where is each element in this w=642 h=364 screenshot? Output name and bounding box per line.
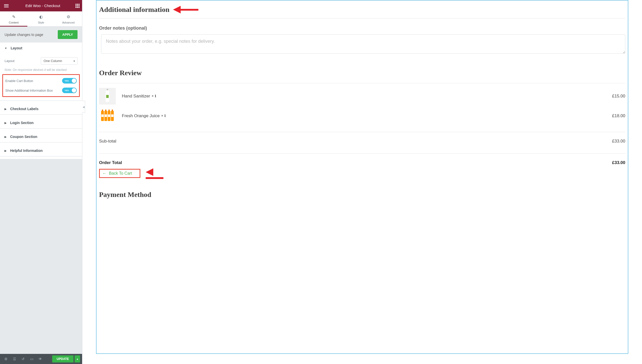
review-item-row: Fresh Orange Juice × 1 £18.00 bbox=[99, 106, 625, 126]
update-button[interactable]: UPDATE bbox=[52, 355, 73, 362]
caret-right-icon: ▶ bbox=[5, 135, 7, 138]
apply-button[interactable]: APPLY bbox=[58, 30, 78, 39]
update-changes-text: Update changes to page bbox=[5, 33, 43, 37]
sidebar-title: Edit Woo - Checkout bbox=[10, 4, 75, 8]
back-to-cart-wrap: ← Back To Cart bbox=[99, 169, 140, 178]
toggle-yes-text-2: YES bbox=[65, 89, 69, 92]
subtotal-label: Sub-total bbox=[99, 139, 116, 144]
additional-information-heading: Additional information bbox=[99, 6, 169, 14]
enable-cart-button-row: Enable Cart Button YES bbox=[5, 76, 77, 86]
caret-right-icon: ▶ bbox=[5, 122, 7, 124]
apps-grid-icon[interactable] bbox=[75, 4, 80, 8]
show-additional-info-row: Show Additional Information Box YES bbox=[5, 86, 77, 95]
divider bbox=[99, 18, 625, 18]
divider bbox=[99, 153, 625, 154]
back-to-cart-link[interactable]: ← Back To Cart bbox=[99, 169, 140, 178]
section-helpful-title: Helpful Information bbox=[10, 149, 43, 153]
sidebar-header: Edit Woo - Checkout bbox=[0, 0, 82, 11]
product-thumbnail bbox=[99, 88, 116, 105]
order-total-value: £33.00 bbox=[612, 160, 625, 165]
additional-info-heading-wrap: Additional information bbox=[99, 6, 625, 14]
payment-method-heading: Payment Method bbox=[99, 191, 625, 199]
sidebar-collapse-handle[interactable]: ◀ bbox=[82, 101, 85, 113]
tab-style-label: Style bbox=[38, 21, 44, 24]
product-qty: × 1 bbox=[161, 114, 166, 118]
section-helpful: ▶ Helpful Information bbox=[0, 145, 82, 156]
section-layout: ▼ Layout Layout One Column ▼ Note: On re… bbox=[0, 43, 82, 101]
section-login-title: Login Section bbox=[10, 121, 34, 125]
product-price: £15.00 bbox=[612, 94, 625, 99]
layout-note: Note: On responsive devices it will be s… bbox=[5, 67, 78, 74]
section-coupon-title: Coupon Section bbox=[10, 135, 37, 139]
menu-icon[interactable] bbox=[3, 2, 10, 10]
order-notes-label: Order notes (optional) bbox=[99, 26, 625, 31]
caret-right-icon: ▶ bbox=[5, 149, 7, 152]
section-checkout-labels: ▶ Checkout Labels bbox=[0, 103, 82, 115]
update-changes-row: Update changes to page APPLY bbox=[0, 27, 82, 43]
order-review-section: Order Review Hand Sanitizer × 1 £15.00 F… bbox=[99, 69, 625, 199]
editor-sidebar: Edit Woo - Checkout ✎ Content ◐ Style ⚙ … bbox=[0, 0, 82, 364]
tab-content[interactable]: ✎ Content bbox=[0, 11, 27, 26]
order-notes-textarea[interactable] bbox=[101, 34, 625, 54]
app-root: Edit Woo - Checkout ✎ Content ◐ Style ⚙ … bbox=[0, 0, 642, 364]
product-price: £18.00 bbox=[612, 113, 625, 118]
subtotal-row: Sub-total £33.00 bbox=[99, 135, 625, 147]
section-coupon: ▶ Coupon Section bbox=[0, 131, 82, 143]
highlight-annotation-box: Enable Cart Button YES Show Additional I… bbox=[2, 74, 80, 97]
show-additional-info-label: Show Additional Information Box bbox=[5, 89, 53, 92]
sidebar-footer: ⚙ ☰ ↺ ▭ 👁 UPDATE ▲ bbox=[0, 354, 82, 364]
layout-select[interactable]: One Column bbox=[41, 57, 78, 65]
preview-icon[interactable]: 👁 bbox=[36, 355, 44, 362]
checkout-widget-frame: Additional information Order notes (opti… bbox=[96, 0, 628, 354]
caret-right-icon: ▶ bbox=[5, 108, 7, 110]
navigator-icon[interactable]: ☰ bbox=[11, 355, 18, 362]
section-login-header[interactable]: ▶ Login Section bbox=[0, 117, 82, 128]
update-dropdown-button[interactable]: ▲ bbox=[74, 355, 80, 362]
layout-select-label: Layout bbox=[5, 59, 14, 63]
tab-style[interactable]: ◐ Style bbox=[27, 11, 55, 26]
pencil-icon: ✎ bbox=[0, 14, 27, 19]
order-total-row: Order Total £33.00 bbox=[99, 157, 625, 169]
order-total-label: Order Total bbox=[99, 160, 122, 165]
product-thumbnail bbox=[99, 108, 116, 124]
product-qty: × 1 bbox=[152, 94, 156, 98]
review-item-row: Hand Sanitizer × 1 £15.00 bbox=[99, 86, 625, 106]
toggle-knob-2 bbox=[72, 88, 76, 93]
divider bbox=[99, 83, 625, 83]
gear-icon: ⚙ bbox=[55, 14, 82, 19]
settings-icon[interactable]: ⚙ bbox=[2, 355, 10, 362]
editor-tabs: ✎ Content ◐ Style ⚙ Advanced bbox=[0, 11, 82, 27]
section-login: ▶ Login Section bbox=[0, 117, 82, 129]
subtotal-value: £33.00 bbox=[612, 139, 625, 144]
tab-advanced[interactable]: ⚙ Advanced bbox=[55, 11, 82, 26]
section-coupon-header[interactable]: ▶ Coupon Section bbox=[0, 131, 82, 142]
layout-select-wrap: One Column ▼ bbox=[41, 57, 78, 65]
enable-cart-button-toggle[interactable]: YES bbox=[62, 78, 77, 84]
section-layout-title: Layout bbox=[11, 46, 22, 50]
section-checkout-labels-title: Checkout Labels bbox=[10, 107, 39, 111]
product-name: Hand Sanitizer bbox=[122, 94, 150, 99]
order-review-heading: Order Review bbox=[99, 69, 625, 77]
editor-canvas[interactable]: Additional information Order notes (opti… bbox=[82, 0, 642, 364]
contrast-icon: ◐ bbox=[27, 14, 55, 19]
tab-advanced-label: Advanced bbox=[62, 21, 75, 24]
section-helpful-header[interactable]: ▶ Helpful Information bbox=[0, 145, 82, 156]
back-to-cart-label: Back To Cart bbox=[109, 171, 132, 176]
show-additional-info-toggle[interactable]: YES bbox=[62, 88, 77, 93]
annotation-arrow-2 bbox=[146, 168, 163, 180]
controls-accordion: ▼ Layout Layout One Column ▼ Note: On re… bbox=[0, 43, 82, 159]
section-checkout-labels-header[interactable]: ▶ Checkout Labels bbox=[0, 103, 82, 114]
toggle-yes-text: YES bbox=[65, 80, 69, 82]
section-layout-header[interactable]: ▼ Layout bbox=[0, 43, 82, 54]
enable-cart-button-label: Enable Cart Button bbox=[5, 79, 33, 83]
history-icon[interactable]: ↺ bbox=[19, 355, 27, 362]
divider bbox=[99, 132, 625, 132]
tab-content-label: Content bbox=[9, 21, 19, 24]
annotation-arrow-1 bbox=[173, 6, 198, 13]
toggle-knob bbox=[72, 78, 76, 83]
product-name: Fresh Orange Juice bbox=[122, 113, 160, 118]
responsive-icon[interactable]: ▭ bbox=[28, 355, 35, 362]
section-layout-body: Layout One Column ▼ Note: On responsive … bbox=[0, 54, 82, 100]
arrow-left-icon: ← bbox=[102, 171, 106, 176]
caret-down-icon: ▼ bbox=[5, 47, 7, 50]
